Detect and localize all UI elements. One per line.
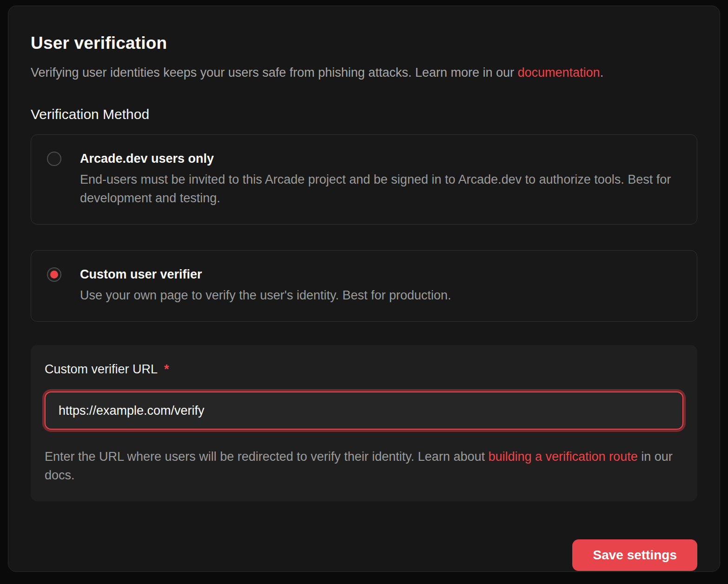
custom-verifier-help-text: Enter the URL where users will be redire… bbox=[45, 447, 677, 484]
option-text: Custom user verifier Use your own page t… bbox=[80, 265, 451, 305]
documentation-link[interactable]: documentation bbox=[518, 66, 600, 80]
page-subtitle: Verifying user identities keeps your use… bbox=[31, 64, 697, 81]
option-arcade-users-only[interactable]: Arcade.dev users only End-users must be … bbox=[31, 134, 697, 225]
save-settings-button[interactable]: Save settings bbox=[572, 539, 697, 571]
custom-verifier-url-input[interactable] bbox=[45, 392, 683, 430]
option-custom-user-verifier[interactable]: Custom user verifier Use your own page t… bbox=[31, 250, 697, 322]
help-text-prefix: Enter the URL where users will be redire… bbox=[45, 450, 488, 464]
radio-dot bbox=[50, 155, 58, 163]
radio-selected-icon[interactable] bbox=[47, 267, 61, 282]
page-title: User verification bbox=[31, 33, 697, 53]
building-verification-route-link[interactable]: building a verification route bbox=[488, 450, 637, 464]
custom-verifier-url-panel: Custom verifier URL* Enter the URL where… bbox=[31, 345, 697, 501]
radio-dot bbox=[50, 271, 58, 279]
verification-method-heading: Verification Method bbox=[31, 106, 697, 123]
option-label: Custom user verifier bbox=[80, 265, 451, 283]
page-subtitle-period: . bbox=[600, 66, 604, 80]
required-asterisk: * bbox=[164, 362, 169, 376]
field-label-text: Custom verifier URL bbox=[45, 362, 158, 376]
custom-verifier-url-label: Custom verifier URL* bbox=[45, 361, 683, 378]
option-description: End-users must be invited to this Arcade… bbox=[80, 170, 681, 207]
user-verification-settings-card: User verification Verifying user identit… bbox=[8, 6, 720, 572]
option-description: Use your own page to verify the user's i… bbox=[80, 286, 451, 305]
option-label: Arcade.dev users only bbox=[80, 150, 681, 167]
page-subtitle-text: Verifying user identities keeps your use… bbox=[31, 66, 518, 80]
footer-actions: Save settings bbox=[31, 539, 697, 571]
option-text: Arcade.dev users only End-users must be … bbox=[80, 150, 681, 207]
radio-unselected-icon[interactable] bbox=[47, 152, 61, 166]
